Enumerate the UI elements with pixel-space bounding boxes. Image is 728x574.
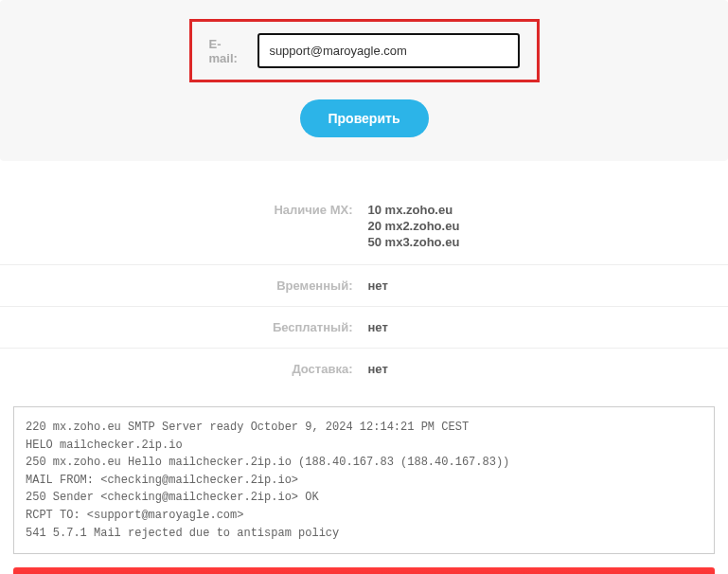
- log-line: HELO mailchecker.2ip.io: [26, 437, 702, 455]
- log-line: 220 mx.zoho.eu SMTP Server ready October…: [26, 419, 702, 437]
- disposable-row: Временный: нет: [0, 265, 728, 307]
- check-button[interactable]: Проверить: [300, 99, 429, 137]
- mx-row: Наличие MX: 10 mx.zoho.eu 20 mx2.zoho.eu…: [0, 189, 728, 265]
- status-banner: e-mail не существует: [13, 567, 715, 574]
- mx-label: Наличие MX:: [0, 203, 364, 251]
- delivery-row: Доставка: нет: [0, 349, 728, 389]
- mx-value: 10 mx.zoho.eu 20 mx2.zoho.eu 50 mx3.zoho…: [364, 203, 729, 251]
- free-value: нет: [364, 320, 729, 334]
- log-line: RCPT TO: <support@maroyagle.com>: [26, 507, 702, 525]
- email-label: E-mail:: [209, 37, 249, 65]
- log-line: 250 Sender <checking@mailchecker.2ip.io>…: [26, 489, 702, 507]
- log-line: 541 5.7.1 Mail rejected due to antispam …: [26, 525, 702, 543]
- free-row: Бесплатный: нет: [0, 307, 728, 349]
- disposable-value: нет: [364, 278, 729, 293]
- free-label: Бесплатный:: [0, 320, 364, 334]
- email-input-group: E-mail:: [189, 19, 540, 82]
- mx-record: 50 mx3.zoho.eu: [368, 235, 729, 249]
- delivery-value: нет: [364, 362, 729, 376]
- form-section: E-mail: Проверить: [0, 0, 728, 161]
- smtp-log: 220 mx.zoho.eu SMTP Server ready October…: [13, 406, 715, 554]
- results-section: Наличие MX: 10 mx.zoho.eu 20 mx2.zoho.eu…: [0, 161, 728, 389]
- log-line: 250 mx.zoho.eu Hello mailchecker.2ip.io …: [26, 454, 702, 472]
- mx-record: 20 mx2.zoho.eu: [368, 219, 729, 233]
- email-field[interactable]: [257, 33, 519, 68]
- log-line: MAIL FROM: <checking@mailchecker.2ip.io>: [26, 472, 702, 490]
- disposable-label: Временный:: [0, 278, 364, 293]
- delivery-label: Доставка:: [0, 362, 364, 376]
- mx-record: 10 mx.zoho.eu: [368, 203, 729, 217]
